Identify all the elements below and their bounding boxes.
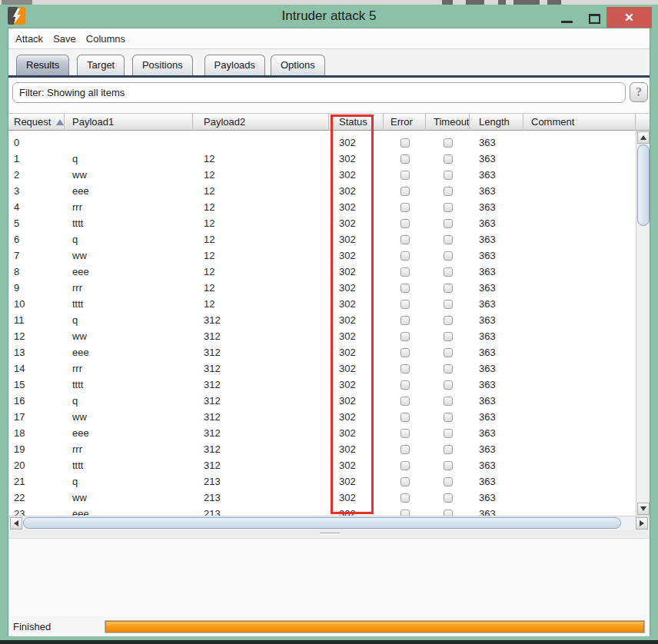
timeout-checkbox[interactable] xyxy=(444,413,453,422)
error-checkbox[interactable] xyxy=(400,300,410,309)
timeout-checkbox[interactable] xyxy=(444,316,453,325)
column-header-timeout[interactable]: Timeout xyxy=(426,114,470,131)
column-header-length[interactable]: Length xyxy=(470,114,523,131)
timeout-checkbox[interactable] xyxy=(444,138,453,148)
timeout-checkbox[interactable] xyxy=(444,461,453,470)
table-row[interactable]: 4rrr12302363 xyxy=(8,199,636,215)
column-header-comment[interactable]: Comment xyxy=(523,114,636,131)
horizontal-scrollbar[interactable] xyxy=(8,516,650,529)
error-checkbox[interactable] xyxy=(400,493,410,503)
timeout-checkbox[interactable] xyxy=(444,203,453,212)
error-checkbox[interactable] xyxy=(400,219,410,228)
timeout-checkbox[interactable] xyxy=(444,171,453,180)
timeout-checkbox[interactable] xyxy=(444,493,453,503)
table-row[interactable]: 11q312302363 xyxy=(8,312,636,328)
table-row[interactable]: 17ww312302363 xyxy=(8,409,636,425)
timeout-checkbox[interactable] xyxy=(444,332,453,341)
menu-item-attack[interactable]: Attack xyxy=(15,33,43,45)
error-checkbox[interactable] xyxy=(400,154,410,164)
table-row[interactable]: 14rrr312302363 xyxy=(8,360,636,377)
maximize-button[interactable] xyxy=(589,14,600,24)
timeout-checkbox[interactable] xyxy=(444,300,453,309)
timeout-checkbox[interactable] xyxy=(444,154,453,164)
error-checkbox[interactable] xyxy=(400,348,410,357)
error-checkbox[interactable] xyxy=(400,413,410,422)
timeout-checkbox[interactable] xyxy=(444,348,453,357)
table-row[interactable]: 20tttt312302363 xyxy=(8,457,636,473)
error-checkbox[interactable] xyxy=(400,171,410,180)
error-checkbox[interactable] xyxy=(400,203,410,212)
scroll-down-button[interactable] xyxy=(637,503,650,515)
error-checkbox[interactable] xyxy=(400,187,410,196)
error-checkbox[interactable] xyxy=(400,332,410,341)
error-checkbox[interactable] xyxy=(400,364,410,373)
error-checkbox[interactable] xyxy=(400,461,410,470)
table-row[interactable]: 22ww213302363 xyxy=(8,490,636,506)
tab-target[interactable]: Target xyxy=(77,55,125,75)
menu-item-save[interactable]: Save xyxy=(53,33,76,45)
table-row[interactable]: 15tttt312302363 xyxy=(8,377,636,393)
table-row[interactable]: 10tttt12302363 xyxy=(8,296,636,312)
minimize-button[interactable] xyxy=(561,21,573,23)
timeout-checkbox[interactable] xyxy=(444,235,453,244)
vertical-scrollbar[interactable] xyxy=(636,131,650,516)
tab-options[interactable]: Options xyxy=(271,55,325,75)
scroll-up-button[interactable] xyxy=(637,131,650,144)
error-checkbox[interactable] xyxy=(400,251,410,261)
vertical-scrollbar-thumb[interactable] xyxy=(637,144,650,226)
table-row[interactable]: 19rrr312302363 xyxy=(8,441,636,457)
timeout-checkbox[interactable] xyxy=(444,219,453,228)
menu-item-columns[interactable]: Columns xyxy=(86,33,125,45)
table-row[interactable]: 2ww12302363 xyxy=(8,167,636,183)
table-row[interactable]: 16q312302363 xyxy=(8,393,636,409)
help-button[interactable]: ? xyxy=(630,82,648,102)
table-row[interactable]: 23eee213302363 xyxy=(8,506,636,516)
tab-positions[interactable]: Positions xyxy=(132,55,193,75)
timeout-checkbox[interactable] xyxy=(444,267,453,277)
error-checkbox[interactable] xyxy=(400,397,410,406)
table-row[interactable]: 1q12302363 xyxy=(8,151,636,167)
timeout-checkbox[interactable] xyxy=(444,364,453,373)
table-row[interactable]: 18eee312302363 xyxy=(8,425,636,441)
error-checkbox[interactable] xyxy=(400,510,410,516)
error-checkbox[interactable] xyxy=(400,284,410,293)
table-row[interactable]: 21q213302363 xyxy=(8,473,636,490)
table-row[interactable]: 13eee312302363 xyxy=(8,344,636,360)
table-row[interactable]: 8eee12302363 xyxy=(8,264,636,280)
timeout-checkbox[interactable] xyxy=(444,429,453,438)
tab-payloads[interactable]: Payloads xyxy=(204,55,265,75)
timeout-checkbox[interactable] xyxy=(444,445,453,454)
table-row[interactable]: 3eee12302363 xyxy=(8,183,636,199)
error-checkbox[interactable] xyxy=(400,316,410,325)
tab-results[interactable]: Results xyxy=(16,55,69,75)
splitter-handle[interactable] xyxy=(8,529,650,538)
table-row[interactable]: 9rrr12302363 xyxy=(8,280,636,296)
error-checkbox[interactable] xyxy=(400,477,410,486)
error-checkbox[interactable] xyxy=(400,235,410,244)
horizontal-scrollbar-thumb[interactable] xyxy=(23,517,621,529)
table-row[interactable]: 0302363 xyxy=(8,134,636,151)
column-header-request[interactable]: Request xyxy=(8,114,65,131)
timeout-checkbox[interactable] xyxy=(444,187,453,196)
error-checkbox[interactable] xyxy=(400,138,410,148)
timeout-checkbox[interactable] xyxy=(444,284,453,293)
timeout-checkbox[interactable] xyxy=(444,397,453,406)
filter-bar[interactable]: Filter: Showing all items xyxy=(12,82,626,103)
table-row[interactable]: 5tttt12302363 xyxy=(8,215,636,231)
column-header-payload2[interactable]: Payload2 xyxy=(193,114,329,131)
timeout-checkbox[interactable] xyxy=(444,380,453,390)
column-header-status[interactable]: Status xyxy=(329,114,384,131)
error-checkbox[interactable] xyxy=(400,429,410,438)
timeout-checkbox[interactable] xyxy=(444,251,453,261)
table-row[interactable]: 12ww312302363 xyxy=(8,328,636,344)
error-checkbox[interactable] xyxy=(400,267,410,277)
scroll-right-button[interactable] xyxy=(636,517,648,529)
column-header-payload1[interactable]: Payload1 xyxy=(65,114,193,131)
scroll-left-button[interactable] xyxy=(10,517,22,529)
timeout-checkbox[interactable] xyxy=(444,477,453,486)
error-checkbox[interactable] xyxy=(400,380,410,390)
table-row[interactable]: 7ww12302363 xyxy=(8,247,636,264)
table-row[interactable]: 6q12302363 xyxy=(8,231,636,247)
error-checkbox[interactable] xyxy=(400,445,410,454)
timeout-checkbox[interactable] xyxy=(444,510,453,516)
